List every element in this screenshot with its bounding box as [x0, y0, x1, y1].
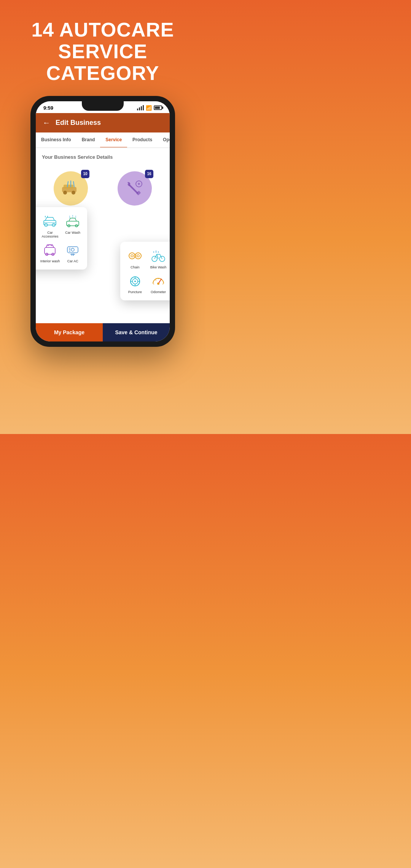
bike-wash-label: Bike Wash — [150, 265, 167, 270]
tab-brand[interactable]: Brand — [76, 132, 100, 148]
chain-icon — [127, 248, 143, 264]
svg-point-36 — [137, 255, 139, 257]
popup-item-chain[interactable]: Chain — [125, 248, 145, 270]
svg-rect-1 — [64, 185, 73, 188]
popup-item-odometer[interactable]: Odometer — [148, 273, 168, 294]
car-accessories-label: Car Accesories — [40, 231, 60, 239]
car-wash-label: Car Wash — [65, 231, 80, 235]
car-accessories-icon — [42, 213, 58, 229]
car-ac-icon — [65, 242, 81, 258]
svg-point-44 — [134, 281, 136, 282]
puncture-label: Puncture — [128, 290, 142, 294]
circle-item-tools: 16 — [118, 171, 152, 206]
wifi-icon: 📶 — [146, 105, 152, 111]
interior-wash-icon — [42, 242, 58, 258]
interior-wash-label: Interior wash — [40, 259, 60, 263]
tab-products[interactable]: Products — [127, 132, 158, 148]
circle-item-car: 10 — [54, 171, 88, 206]
save-continue-button[interactable]: Save & Continue — [103, 323, 170, 341]
hero-title: 14 AUTOCARE SERVICE CATEGORY — [0, 0, 206, 96]
svg-point-2 — [63, 191, 67, 195]
svg-rect-8 — [136, 190, 141, 195]
popup-item-car-acc[interactable]: Car Accesories — [40, 213, 60, 239]
svg-point-28 — [71, 248, 74, 251]
phone-notch — [82, 101, 124, 111]
car-services-grid: Basic wash — [36, 213, 83, 263]
popup-item-car-wash[interactable]: Car Wash — [63, 213, 83, 239]
svg-point-3 — [72, 191, 75, 195]
puncture-icon — [127, 273, 143, 289]
car-wash-icon — [61, 180, 81, 197]
svg-point-35 — [131, 255, 133, 257]
tab-service[interactable]: Service — [100, 132, 127, 148]
section-title: Your Business Service Details — [42, 154, 164, 160]
popup-item-interior-wash[interactable]: Interior wash — [40, 242, 60, 263]
back-button[interactable]: ← — [43, 118, 50, 127]
circle-purple: 16 — [118, 171, 152, 206]
odometer-icon — [150, 273, 166, 289]
svg-rect-19 — [67, 221, 79, 226]
popup-item-painting[interactable]: Painting — [36, 242, 37, 263]
tabs-bar: Business Info Brand Service Products Ope… — [36, 132, 170, 148]
tab-opening[interactable]: Opening — [158, 132, 170, 148]
svg-line-6 — [73, 182, 74, 187]
content-area: Your Business Service Details 10 — [36, 148, 170, 323]
signal-icon — [137, 105, 144, 110]
svg-line-7 — [130, 185, 137, 193]
status-time: 9:59 — [43, 105, 53, 111]
svg-rect-34 — [134, 254, 137, 257]
popup-item-car-ac[interactable]: Car AC — [63, 242, 83, 263]
svg-point-46 — [157, 282, 159, 285]
my-package-button[interactable]: My Package — [36, 323, 103, 341]
badge-16: 16 — [145, 170, 153, 178]
service-circles: 10 — [42, 168, 164, 209]
popup-item-basic-wash[interactable]: Basic wash — [36, 213, 37, 239]
bottom-bar: My Package Save & Continue — [36, 323, 170, 341]
chain-label: Chain — [131, 265, 140, 270]
phone-mockup: 9:59 📶 ← Edit Business Business I — [30, 96, 175, 347]
tools-icon — [124, 180, 145, 197]
header-title: Edit Business — [56, 119, 101, 127]
phone-frame: 9:59 📶 ← Edit Business Business I — [30, 96, 175, 347]
status-icons: 📶 — [137, 105, 162, 111]
car-wash-popup-icon — [65, 213, 81, 229]
basic-wash-label: Basic wash — [36, 231, 36, 235]
popup-item-bike-wash[interactable]: Bike Wash — [148, 248, 168, 270]
popup-item-puncture[interactable]: Puncture — [125, 273, 145, 294]
circle-yellow: 10 — [54, 171, 88, 206]
app-header: ← Edit Business — [36, 113, 170, 132]
tab-business-info[interactable]: Business Info — [36, 132, 76, 148]
phone-screen: 9:59 📶 ← Edit Business Business I — [36, 101, 170, 341]
battery-icon — [154, 105, 162, 110]
badge-10: 10 — [81, 170, 89, 178]
popup-card-left: Basic wash — [36, 207, 87, 270]
hero-section: 14 AUTOCARE SERVICE CATEGORY — [0, 0, 206, 96]
bike-services-grid: Chain — [125, 248, 170, 294]
car-ac-label: Car AC — [67, 259, 78, 263]
odometer-label: Odometer — [151, 290, 166, 294]
bike-wash-icon — [150, 248, 166, 264]
popup-card-right: Chain — [120, 242, 170, 300]
